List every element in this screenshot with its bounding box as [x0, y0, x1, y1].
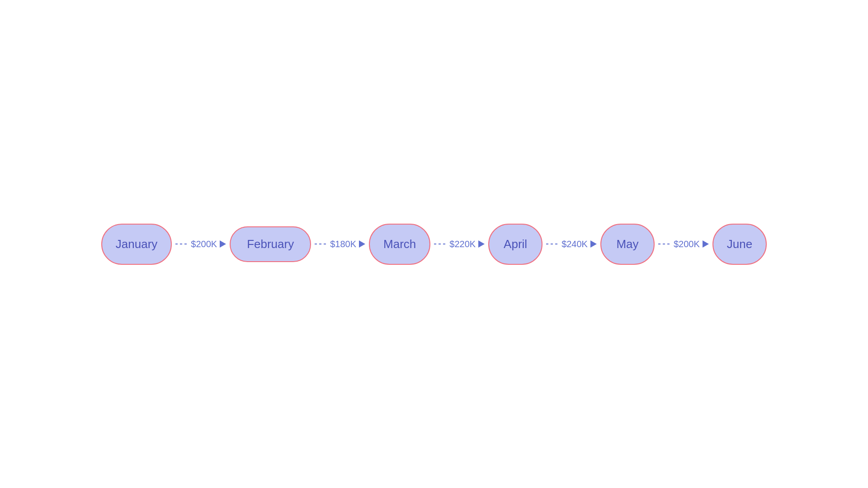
connector-feb-mar-value: $180K [330, 239, 356, 249]
connector-jan-feb: $200K [172, 239, 230, 249]
connector-mar-apr-value: $220K [449, 239, 476, 249]
node-march-label: March [383, 237, 416, 251]
node-february-label: February [247, 237, 294, 251]
node-may[interactable]: May [600, 224, 655, 265]
connector-may-jun: $200K [655, 239, 712, 249]
arrow-1 [220, 240, 226, 248]
connector-jan-feb-value: $200K [191, 239, 217, 249]
connector-mar-apr: $220K [430, 239, 488, 249]
connector-feb-mar: $180K [311, 239, 369, 249]
node-june-label: June [727, 237, 752, 251]
dash-line-5 [658, 244, 672, 244]
connector-apr-may-value: $240K [561, 239, 588, 249]
node-june[interactable]: June [712, 224, 767, 265]
connector-apr-may: $240K [542, 239, 600, 249]
node-january[interactable]: January [101, 224, 172, 265]
node-january-label: January [116, 237, 158, 251]
node-march[interactable]: March [369, 224, 430, 265]
dash-line-3 [434, 244, 448, 244]
timeline: January $200K February $180K March $220K… [101, 224, 767, 265]
arrow-5 [703, 240, 709, 248]
node-february[interactable]: February [230, 226, 311, 262]
node-april-label: April [504, 237, 527, 251]
node-april[interactable]: April [488, 224, 542, 265]
dash-line-4 [546, 244, 560, 244]
arrow-3 [478, 240, 485, 248]
node-may-label: May [616, 237, 638, 251]
dash-line-1 [175, 244, 189, 244]
dash-line-2 [315, 244, 328, 244]
arrow-2 [359, 240, 365, 248]
arrow-4 [590, 240, 597, 248]
connector-may-jun-value: $200K [674, 239, 700, 249]
